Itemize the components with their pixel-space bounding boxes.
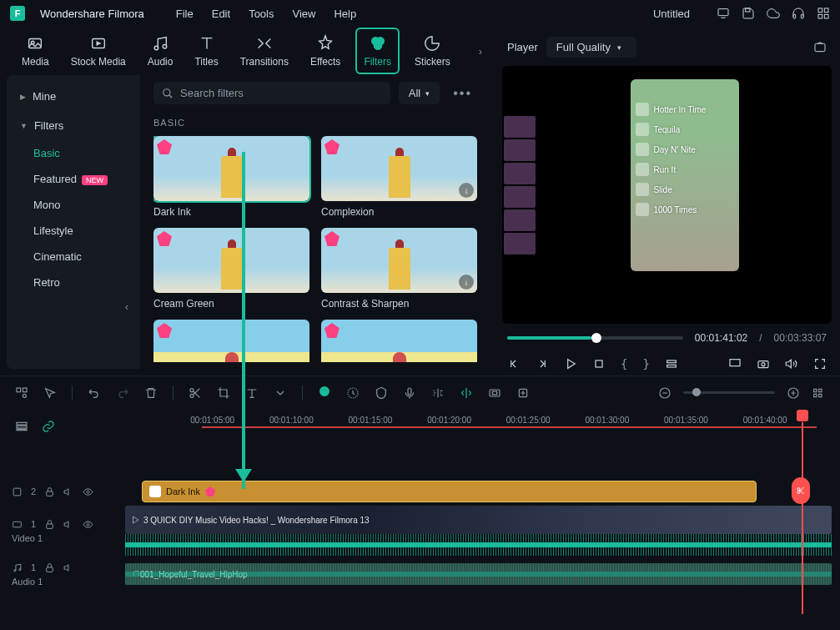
crop-icon[interactable]	[217, 386, 230, 400]
eye-icon[interactable]	[83, 486, 93, 497]
sidebar-sub-mono[interactable]: Mono	[7, 192, 140, 218]
filter-card-Contrast & Sharpen[interactable]: ↓Contrast & Sharpen	[321, 228, 477, 310]
playback-progress[interactable]	[507, 336, 683, 340]
step-back-icon[interactable]	[536, 357, 549, 370]
prev-frame-icon[interactable]	[507, 357, 521, 370]
play-icon[interactable]	[564, 357, 577, 370]
marker-tool-icon[interactable]	[516, 386, 530, 400]
more-tools-icon[interactable]	[274, 386, 287, 400]
tab-stickers[interactable]: Stickers	[408, 29, 457, 73]
video-audio-wave[interactable]	[125, 534, 832, 556]
monitor-icon[interactable]	[717, 7, 730, 20]
zoom-in-icon[interactable]	[787, 386, 800, 400]
mute-icon[interactable]	[63, 519, 74, 530]
mic-icon[interactable]	[403, 386, 416, 400]
undo-icon[interactable]	[88, 386, 101, 400]
video-clip[interactable]: 3 QUICK DIY Music Video Hacks! _ Wonders…	[125, 506, 832, 534]
sidebar-item-mine[interactable]: ▶Mine	[7, 82, 140, 111]
zoom-slider[interactable]	[683, 391, 775, 394]
redo-icon[interactable]	[116, 386, 129, 400]
filter-card-Complexion[interactable]: ↓Complexion	[321, 136, 477, 218]
svg-rect-36	[492, 391, 496, 395]
headphones-icon[interactable]	[792, 7, 805, 20]
fullscreen-icon[interactable]	[813, 357, 827, 370]
filter-card-Cream Green[interactable]: Cream Green	[153, 228, 309, 310]
tab-effects[interactable]: Effects	[304, 29, 347, 73]
cloud-icon[interactable]	[767, 7, 780, 20]
filter-card-4[interactable]	[153, 320, 309, 362]
menu-help[interactable]: Help	[334, 8, 356, 20]
tab-titles[interactable]: Titles	[188, 29, 224, 73]
tab-transitions[interactable]: Transitions	[234, 29, 295, 73]
shield-icon[interactable]	[375, 386, 388, 400]
quality-dropdown[interactable]: Full Quality▾	[546, 37, 636, 58]
sidebar-sub-cinematic[interactable]: Cinematic	[7, 244, 140, 270]
tab-audio[interactable]: Audio	[141, 29, 180, 73]
camera-icon[interactable]	[757, 357, 770, 370]
svg-rect-43	[819, 394, 822, 396]
cut-icon[interactable]	[189, 386, 202, 400]
sidebar-sub-lifestyle[interactable]: Lifestyle	[7, 218, 140, 244]
snapshot-icon[interactable]	[813, 41, 827, 54]
lock-icon[interactable]	[44, 562, 55, 573]
sidebar-item-filters[interactable]: ▼Filters	[7, 111, 140, 140]
layout-icon[interactable]	[15, 386, 28, 400]
link-icon[interactable]	[42, 420, 55, 433]
tabs-scroll-right[interactable]: ›	[479, 45, 482, 58]
audio-tool-icon[interactable]	[431, 386, 445, 400]
filter-card-Dark Ink[interactable]: Dark Ink	[153, 136, 309, 218]
speed-icon[interactable]	[346, 386, 360, 400]
keyframe-icon[interactable]	[488, 386, 501, 400]
audio-wave[interactable]	[125, 563, 832, 585]
save-icon[interactable]	[742, 7, 755, 20]
menu-tools[interactable]: Tools	[249, 8, 274, 20]
delete-icon[interactable]	[144, 386, 158, 400]
filter-clip[interactable]: Dark Ink	[142, 481, 757, 502]
project-title[interactable]: Untitled	[653, 8, 690, 20]
stop-icon[interactable]	[592, 357, 606, 370]
svg-point-51	[87, 490, 89, 492]
lock-icon[interactable]	[44, 486, 55, 497]
ai-icon[interactable]	[318, 385, 331, 398]
menu-file[interactable]: File	[176, 8, 194, 20]
display-icon[interactable]	[728, 357, 742, 370]
search-input[interactable]: Search filters	[153, 82, 390, 104]
sidebar-sub-featured[interactable]: FeaturedNEW	[7, 166, 140, 192]
menu-view[interactable]: View	[292, 8, 315, 20]
video-track-icon	[12, 519, 23, 530]
download-icon[interactable]: ↓	[459, 183, 474, 198]
playhead[interactable]	[797, 410, 808, 421]
tab-stock[interactable]: Stock Media	[64, 29, 133, 73]
zoom-out-icon[interactable]	[658, 386, 671, 400]
pointer-icon[interactable]	[43, 386, 57, 400]
preview-monitor[interactable]: Hotter In TimeTequilaDay N' NiteRun ItSl…	[502, 66, 832, 324]
svg-rect-8	[824, 14, 828, 18]
tab-filters[interactable]: Filters	[355, 28, 400, 74]
sidebar-sub-retro[interactable]: Retro	[7, 270, 140, 295]
menu-edit[interactable]: Edit	[212, 8, 230, 20]
split-screen-icon[interactable]	[460, 386, 473, 400]
volume-icon[interactable]	[785, 357, 798, 370]
marker-out[interactable]: }	[642, 357, 649, 370]
filter-card-5[interactable]	[321, 320, 477, 362]
svg-point-56	[19, 568, 21, 570]
markers-dropdown-icon[interactable]	[665, 357, 678, 370]
tab-media[interactable]: Media	[15, 29, 56, 73]
sidebar-collapse[interactable]: ‹	[7, 295, 140, 318]
track-manager-icon[interactable]	[15, 420, 28, 433]
sidebar-sub-basic[interactable]: Basic	[7, 140, 140, 166]
lock-icon[interactable]	[44, 519, 55, 530]
playhead-cut[interactable]	[792, 477, 810, 504]
download-icon[interactable]: ↓	[459, 275, 474, 290]
apps-icon[interactable]	[817, 7, 830, 20]
svg-rect-49	[13, 488, 21, 496]
timeline-view-icon[interactable]	[812, 386, 825, 400]
text-tool-icon[interactable]	[245, 386, 259, 400]
more-menu[interactable]: •••	[448, 86, 477, 101]
mute-icon[interactable]	[63, 562, 74, 573]
marker-in[interactable]: {	[621, 357, 627, 370]
mute-icon[interactable]	[63, 486, 74, 497]
svg-point-24	[762, 363, 765, 366]
filter-scope-dropdown[interactable]: All▾	[399, 82, 440, 104]
eye-icon[interactable]	[83, 519, 93, 530]
